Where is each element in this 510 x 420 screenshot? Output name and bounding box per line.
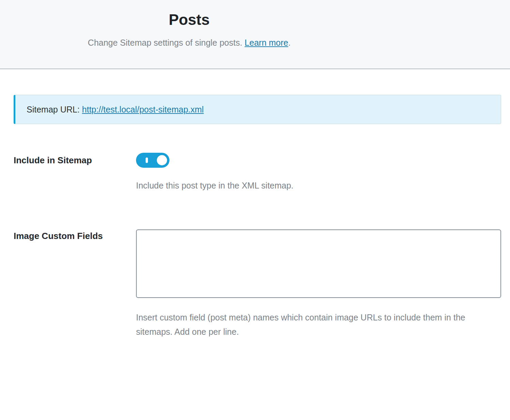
page-subtitle: Change Sitemap settings of single posts.… [0, 37, 378, 49]
settings-header: Posts Change Sitemap settings of single … [0, 0, 510, 69]
sitemap-url-notice: Sitemap URL: http://test.local/post-site… [14, 95, 501, 124]
field-include-in-sitemap: Include in Sitemap Include this post typ… [14, 153, 501, 191]
subtitle-period: . [288, 38, 290, 47]
toggle-on-indicator-icon [146, 158, 148, 163]
image-custom-fields-description: Insert custom field (post meta) names wh… [136, 310, 501, 339]
sitemap-settings-page: Posts Change Sitemap settings of single … [0, 0, 510, 420]
include-in-sitemap-description: Include this post type in the XML sitema… [136, 180, 501, 191]
sitemap-url-label: Sitemap URL: [27, 105, 82, 114]
header-inner: Posts Change Sitemap settings of single … [0, 12, 378, 49]
include-in-sitemap-toggle[interactable] [136, 153, 169, 168]
settings-content: Sitemap URL: http://test.local/post-site… [0, 95, 510, 380]
include-in-sitemap-control: Include this post type in the XML sitema… [136, 153, 501, 191]
field-image-custom-fields: Image Custom Fields Insert custom field … [14, 229, 501, 339]
image-custom-fields-label: Image Custom Fields [14, 229, 136, 241]
toggle-knob [157, 155, 167, 165]
image-custom-fields-textarea[interactable] [136, 229, 501, 298]
learn-more-link[interactable]: Learn more [245, 38, 288, 47]
sitemap-url-link[interactable]: http://test.local/post-sitemap.xml [82, 105, 204, 114]
include-in-sitemap-label: Include in Sitemap [14, 153, 136, 168]
page-title: Posts [0, 12, 378, 28]
image-custom-fields-control: Insert custom field (post meta) names wh… [136, 229, 501, 339]
subtitle-text: Change Sitemap settings of single posts. [88, 38, 245, 47]
